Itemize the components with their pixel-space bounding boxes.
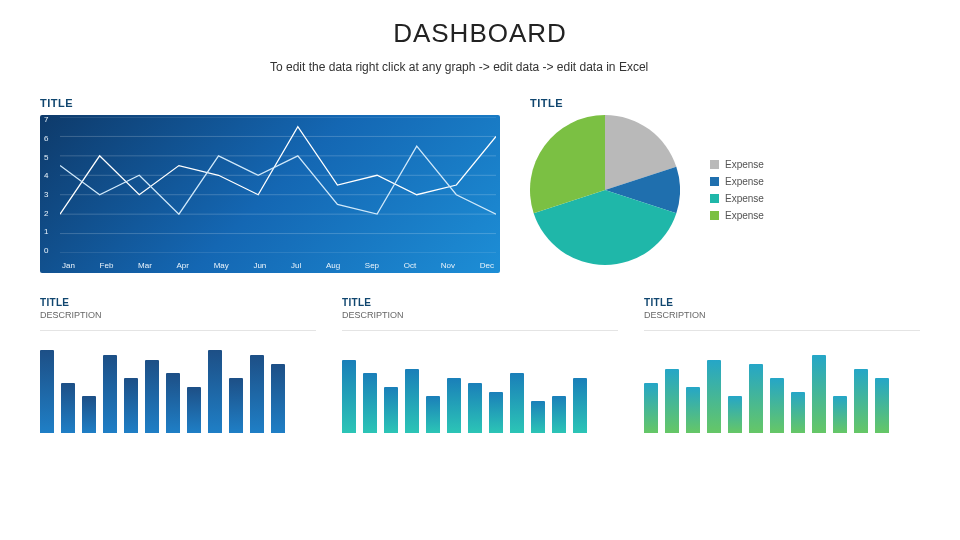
x-tick: Jul — [291, 261, 301, 270]
bar-chart-card[interactable]: TITLEDESCRIPTION — [342, 297, 618, 433]
line-chart-title: TITLE — [40, 97, 500, 109]
x-tick: Aug — [326, 261, 340, 270]
bar-chart-title: TITLE — [40, 297, 316, 308]
bar — [363, 373, 377, 433]
bar-chart — [644, 341, 920, 433]
bar — [82, 396, 96, 433]
legend-label: Expense — [725, 176, 764, 187]
bar — [854, 369, 868, 433]
bar — [426, 396, 440, 433]
bar — [770, 378, 784, 433]
pie-chart-card[interactable]: TITLE ExpenseExpenseExpenseExpense — [530, 97, 920, 273]
bar-chart-desc: DESCRIPTION — [40, 310, 316, 320]
y-tick: 3 — [44, 190, 58, 199]
y-tick: 1 — [44, 227, 58, 236]
divider — [40, 330, 316, 331]
legend-item: Expense — [710, 210, 764, 221]
bar — [791, 392, 805, 433]
legend-label: Expense — [725, 210, 764, 221]
x-tick: Sep — [365, 261, 379, 270]
bar — [489, 392, 503, 433]
bar — [573, 378, 587, 433]
line-chart-card[interactable]: TITLE 76543210 JanFebMarAprMayJunJulAugS… — [40, 97, 500, 273]
x-tick: Apr — [177, 261, 189, 270]
legend-swatch — [710, 211, 719, 220]
bar — [468, 383, 482, 434]
bar — [229, 378, 243, 433]
bar — [552, 396, 566, 433]
bar — [531, 401, 545, 433]
bar — [250, 355, 264, 433]
bar — [749, 364, 763, 433]
bar — [145, 360, 159, 434]
legend-item: Expense — [710, 176, 764, 187]
pie-chart-title: TITLE — [530, 97, 920, 109]
legend-item: Expense — [710, 193, 764, 204]
bar-chart-title: TITLE — [342, 297, 618, 308]
divider — [342, 330, 618, 331]
x-tick: Nov — [441, 261, 455, 270]
bar — [271, 364, 285, 433]
y-tick: 2 — [44, 209, 58, 218]
bar-chart — [342, 341, 618, 433]
x-tick: Feb — [100, 261, 114, 270]
page-title: DASHBOARD — [40, 18, 920, 49]
bar-chart-card[interactable]: TITLEDESCRIPTION — [644, 297, 920, 433]
legend-label: Expense — [725, 193, 764, 204]
y-tick: 6 — [44, 134, 58, 143]
bar — [166, 373, 180, 433]
x-tick: Mar — [138, 261, 152, 270]
bar-chart — [40, 341, 316, 433]
bar-chart-card[interactable]: TITLEDESCRIPTION — [40, 297, 316, 433]
pie-legend: ExpenseExpenseExpenseExpense — [710, 153, 764, 227]
bar — [510, 373, 524, 433]
x-tick: Jun — [253, 261, 266, 270]
bar — [707, 360, 721, 434]
bar — [875, 378, 889, 433]
bar — [728, 396, 742, 433]
divider — [644, 330, 920, 331]
line-chart: 76543210 JanFebMarAprMayJunJulAugSepOctN… — [40, 115, 500, 273]
bar — [686, 387, 700, 433]
legend-swatch — [710, 177, 719, 186]
bar-chart-desc: DESCRIPTION — [644, 310, 920, 320]
page-subtitle: To edit the data right click at any grap… — [270, 59, 690, 75]
legend-swatch — [710, 160, 719, 169]
bar — [665, 369, 679, 433]
bar — [187, 387, 201, 433]
bar — [61, 383, 75, 434]
pie-chart — [530, 115, 680, 265]
bar — [208, 350, 222, 433]
y-tick: 7 — [44, 115, 58, 124]
bar — [644, 383, 658, 434]
legend-item: Expense — [710, 159, 764, 170]
x-tick: May — [214, 261, 229, 270]
bar — [384, 387, 398, 433]
legend-swatch — [710, 194, 719, 203]
x-tick: Jan — [62, 261, 75, 270]
bar — [124, 378, 138, 433]
legend-label: Expense — [725, 159, 764, 170]
bar — [40, 350, 54, 433]
bar — [812, 355, 826, 433]
x-tick: Oct — [404, 261, 416, 270]
bar — [833, 396, 847, 433]
bar-chart-desc: DESCRIPTION — [342, 310, 618, 320]
bar — [447, 378, 461, 433]
bar — [342, 360, 356, 434]
y-tick: 5 — [44, 153, 58, 162]
x-tick: Dec — [480, 261, 494, 270]
y-tick: 0 — [44, 246, 58, 255]
y-tick: 4 — [44, 171, 58, 180]
bar-chart-title: TITLE — [644, 297, 920, 308]
bar — [405, 369, 419, 433]
bar — [103, 355, 117, 433]
